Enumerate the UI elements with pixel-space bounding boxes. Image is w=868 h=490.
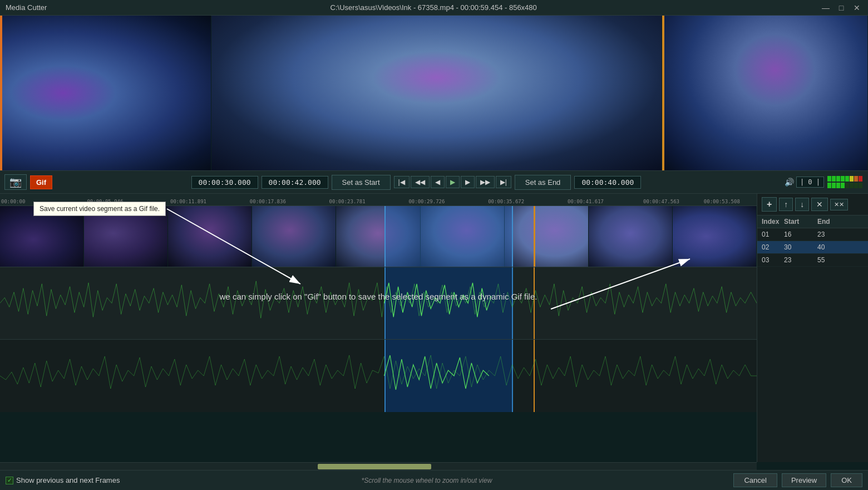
col-start-header: Start [784, 218, 817, 226]
vol-bar-6 [850, 176, 854, 182]
vol-bar-9 [827, 183, 831, 188]
seg-2-index: 02 [762, 243, 784, 251]
col-end-header: End [817, 218, 851, 226]
cancel-button[interactable]: Cancel [733, 473, 777, 487]
volume-area: 🔊 | 0 | [785, 175, 864, 189]
statusbar: ✓ Show previous and next Frames *Scroll … [0, 470, 868, 490]
show-frames-checkbox[interactable]: ✓ [6, 477, 13, 484]
vol-bar-8 [859, 176, 862, 182]
timeline-inner: 00:00:00 00:00:05.946 00:00:11.891 00:00… [0, 194, 757, 462]
seg-1-index: 01 [762, 231, 784, 238]
vol-bar-1 [827, 176, 831, 182]
delete-all-button[interactable]: ✕✕ [830, 199, 848, 210]
thumb-3 [168, 206, 252, 267]
preview-frame-right [662, 16, 868, 170]
seg-1-end: 23 [817, 231, 851, 238]
vol-row-2 [827, 183, 862, 188]
frame-marker-right [662, 16, 664, 170]
show-frames-label: Show previous and next Frames [16, 476, 120, 484]
titlebar: Media Cutter C:\Users\asus\Videos\Ink - … [0, 0, 868, 16]
window-controls: — □ ✕ [820, 3, 862, 12]
add-segment-button[interactable]: + [762, 197, 777, 212]
ruler-label-8: 00:00:47.563 [643, 199, 679, 204]
ruler-label-0: 00:00:00 [1, 199, 25, 204]
app-title: Media Cutter [6, 3, 47, 12]
timecode-current[interactable]: 00:00:42.000 [262, 176, 328, 189]
thumb-4 [252, 206, 336, 267]
vol-bar-12 [841, 183, 845, 188]
show-frames-checkbox-area[interactable]: ✓ Show previous and next Frames [6, 476, 120, 484]
ruler-label-3: 00:00:17.836 [250, 199, 286, 204]
prev-start-button[interactable]: |◀ [394, 176, 410, 188]
volume-level: | 0 | [796, 177, 824, 188]
ok-button[interactable]: OK [831, 473, 862, 487]
minimize-button[interactable]: — [820, 3, 831, 12]
close-button[interactable]: ✕ [851, 3, 862, 12]
waveform-lower [0, 340, 757, 412]
next-end-button[interactable]: ▶| [496, 176, 511, 188]
gif-button[interactable]: Gif [30, 175, 52, 189]
prev-button[interactable]: ◀◀ [411, 176, 430, 188]
col-index-header: Index [762, 218, 784, 226]
move-up-button[interactable]: ↑ [779, 198, 793, 211]
timeline-scrollbar[interactable] [0, 462, 757, 470]
ruler-label-7: 00:00:41.617 [568, 199, 604, 204]
timecode-display: 00:00:30.000 00:00:42.000 Set as Start |… [56, 175, 777, 190]
ruler-label-6: 00:00:35.672 [488, 199, 524, 204]
thumb-9 [673, 206, 757, 267]
waveform-lower-selected [384, 355, 489, 390]
maximize-button[interactable]: □ [836, 3, 847, 12]
main-content: 📷 Gif 00:00:30.000 00:00:42.000 Set as S… [0, 16, 868, 490]
statusbar-left: ✓ Show previous and next Frames [6, 476, 120, 484]
waveform-upper-svg [0, 267, 757, 339]
app-window: Media Cutter C:\Users\asus\Videos\Ink - … [0, 0, 868, 16]
vol-bar-13 [845, 183, 849, 188]
ruler-label-4: 00:00:23.781 [329, 199, 366, 204]
seg-2-end: 40 [817, 243, 851, 251]
right-panel-toolbar: + ↑ ↓ ✕ ✕✕ [757, 194, 868, 215]
fwd-button[interactable]: ▶▶ [476, 176, 495, 188]
ruler-label-2: 00:00:11.891 [170, 199, 206, 204]
set-as-start-button[interactable]: Set as Start [332, 175, 391, 190]
timecode-end[interactable]: 00:00:40.000 [574, 176, 641, 189]
volume-icon: 🔊 [785, 178, 794, 187]
vol-bar-14 [850, 183, 854, 188]
seg-3-index: 03 [762, 256, 784, 264]
window-title: C:\Users\asus\Videos\Ink - 67358.mp4 - 0… [47, 3, 820, 12]
preview-button[interactable]: Preview [782, 473, 826, 487]
scrollbar-thumb[interactable] [318, 464, 431, 469]
set-as-end-button[interactable]: Set as End [515, 175, 571, 190]
vol-bar-4 [841, 176, 845, 182]
frame-bg-center [211, 16, 662, 170]
play-button[interactable]: ▶ [446, 176, 460, 188]
delete-segment-button[interactable]: ✕ [811, 198, 828, 211]
seg-3-end: 55 [817, 256, 851, 264]
timecode-start[interactable]: 00:00:30.000 [191, 176, 258, 189]
segments-table: Index Start End 01 16 23 02 30 40 [757, 215, 868, 462]
seg-1-start: 16 [784, 231, 817, 238]
vol-bar-2 [832, 176, 836, 182]
seg-3-start: 23 [784, 256, 817, 264]
move-down-button[interactable]: ↓ [795, 198, 809, 211]
waveform-lower-svg [0, 340, 757, 412]
gif-tooltip: Save current video segment as a Gif file… [33, 202, 166, 216]
vol-bar-3 [836, 176, 840, 182]
frame-bg-left [0, 16, 211, 170]
segment-row-3[interactable]: 03 23 55 [757, 254, 868, 267]
segment-row-2[interactable]: 02 30 40 [757, 241, 868, 254]
thumb-8 [589, 206, 673, 267]
step-fwd-button[interactable]: ▶ [461, 176, 475, 188]
waveform-upper-selected [384, 283, 491, 317]
step-back-button[interactable]: ◀ [431, 176, 445, 188]
vol-bar-5 [845, 176, 849, 182]
vol-bar-15 [854, 183, 858, 188]
statusbar-center: *Scroll the mouse wheel to zoom in/out v… [362, 477, 492, 484]
waveform-upper-line [0, 281, 757, 318]
segment-row-1[interactable]: 01 16 23 [757, 228, 868, 241]
volume-meter [826, 175, 864, 189]
timeline-section: 00:00:00 00:00:05.946 00:00:11.891 00:00… [0, 194, 868, 462]
waveform-upper: we can simply click on "Gif" button to s… [0, 267, 757, 340]
preview-frames [0, 16, 868, 170]
screenshot-button[interactable]: 📷 [4, 174, 27, 190]
vol-bar-7 [854, 176, 858, 182]
